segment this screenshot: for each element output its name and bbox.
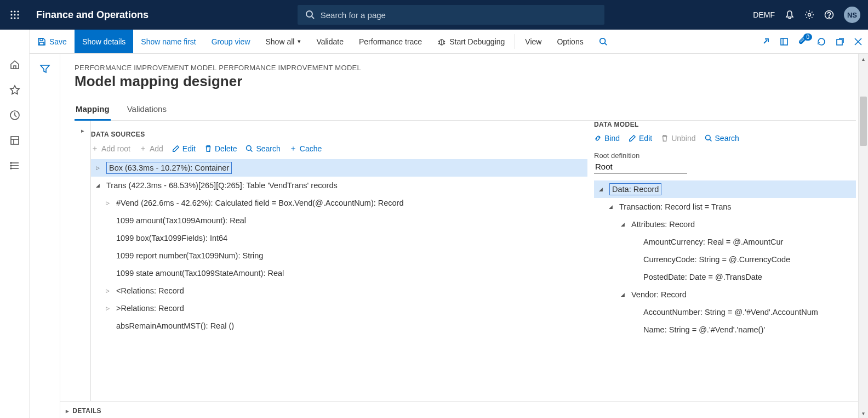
tree-label: #Vend (262.6ms - 42.62%): Calculated fie…: [116, 199, 404, 207]
scroll-down-icon[interactable]: ▾: [859, 408, 868, 418]
tree-row[interactable]: ◢Data: Record: [594, 180, 856, 198]
avatar[interactable]: NS: [844, 7, 860, 23]
close-icon[interactable]: [854, 37, 863, 46]
tree-row[interactable]: PostedDate: Date = @.TransDate: [594, 268, 856, 286]
tree-row[interactable]: CurrencyCode: String = @.CurrencyCode: [594, 251, 856, 268]
svg-point-11: [808, 14, 811, 16]
tree-row[interactable]: ◢Vendor: Record: [594, 286, 856, 303]
add-button[interactable]: ＋Add: [139, 144, 163, 154]
tree-label: Trans (422.3ms - 68.53%)[265][Q:265]: Ta…: [106, 181, 338, 190]
twisty-closed-icon[interactable]: ▷: [103, 288, 112, 293]
tree-row[interactable]: 1099 state amount(Tax1099StateAmount): R…: [91, 264, 587, 282]
twisty-open-icon[interactable]: ◢: [93, 183, 102, 188]
svg-line-24: [444, 43, 445, 44]
svg-rect-32: [11, 137, 19, 144]
tabs: Mapping Validations: [75, 100, 856, 121]
view-button[interactable]: View: [517, 30, 549, 53]
show-details-button[interactable]: Show details: [75, 30, 133, 53]
tree-label: Vendor: Record: [631, 290, 687, 299]
svg-point-4: [14, 14, 15, 15]
popout-icon[interactable]: [835, 37, 845, 47]
pencil-icon: [629, 134, 636, 142]
tree-row[interactable]: ◢Transaction: Record list = Trans: [594, 198, 856, 216]
modules-icon[interactable]: [9, 160, 20, 171]
svg-line-23: [438, 43, 439, 44]
tab-validations[interactable]: Validations: [126, 100, 168, 120]
svg-point-38: [10, 162, 12, 163]
link-icon[interactable]: [761, 37, 770, 47]
workspace-icon[interactable]: [9, 135, 20, 146]
tree-row[interactable]: ◢Attributes: Record: [594, 216, 856, 233]
company-label[interactable]: DEMF: [753, 10, 775, 19]
left-collapse-gutter[interactable]: ▸: [75, 121, 91, 418]
recent-icon[interactable]: [9, 110, 20, 121]
cache-button[interactable]: ＋Cache: [289, 144, 322, 154]
unbind-button[interactable]: Unbind: [661, 134, 695, 143]
tree-row[interactable]: ▷Box (63.3ms - 10.27%): Container: [91, 159, 587, 177]
svg-rect-27: [781, 38, 787, 45]
bug-icon: [437, 37, 446, 46]
group-view-button[interactable]: Group view: [204, 30, 258, 53]
data-model-tree[interactable]: ◢Data: Record◢Transaction: Record list =…: [594, 180, 856, 338]
tree-row[interactable]: ▷<Relations: Record: [91, 282, 587, 300]
waffle-icon[interactable]: [0, 10, 30, 20]
page-scrollbar[interactable]: ▴ ▾: [858, 54, 868, 418]
global-search-input[interactable]: [321, 10, 597, 20]
edit-button[interactable]: Edit: [172, 144, 196, 153]
twisty-open-icon[interactable]: ◢: [618, 222, 627, 227]
favorite-icon[interactable]: [9, 84, 20, 95]
validate-button[interactable]: Validate: [309, 30, 351, 53]
dm-edit-button[interactable]: Edit: [629, 134, 652, 143]
tree-row[interactable]: ▷#Vend (262.6ms - 42.62%): Calculated fi…: [91, 194, 587, 212]
tab-mapping[interactable]: Mapping: [75, 100, 111, 121]
twisty-open-icon[interactable]: ◢: [618, 292, 627, 297]
add-root-button[interactable]: ＋Add root: [91, 144, 130, 154]
performance-trace-button[interactable]: Performance trace: [351, 30, 430, 53]
tree-row[interactable]: absRemainAmountMST(): Real (): [91, 317, 587, 335]
global-search[interactable]: [298, 5, 604, 25]
bind-button[interactable]: Bind: [594, 134, 620, 143]
svg-point-0: [10, 10, 12, 12]
save-icon: [37, 37, 46, 46]
save-button[interactable]: Save: [30, 30, 75, 53]
toolbar-search-button[interactable]: [591, 30, 615, 53]
ds-search-button[interactable]: Search: [245, 144, 280, 153]
scrollbar-thumb[interactable]: [860, 97, 867, 146]
tree-label: Data: Record: [609, 183, 661, 195]
gear-icon[interactable]: [804, 10, 814, 20]
refresh-icon[interactable]: [816, 37, 826, 47]
twisty-open-icon[interactable]: ◢: [606, 204, 615, 210]
root-definition-input[interactable]: [594, 160, 687, 174]
tree-row[interactable]: 1099 amount(Tax1099Amount): Real: [91, 212, 587, 229]
tree-row[interactable]: ▷>Relations: Record: [91, 300, 587, 317]
tree-row[interactable]: 1099 box(Tax1099Fields): Int64: [91, 229, 587, 247]
tree-row[interactable]: Name: String = @.'#Vend'.'name()': [594, 321, 856, 338]
data-sources-tree[interactable]: ▷Box (63.3ms - 10.27%): Container◢Trans …: [91, 159, 587, 418]
details-section-header[interactable]: ▸ DETAILS: [60, 401, 868, 418]
start-debugging-button[interactable]: Start Debugging: [430, 30, 512, 53]
show-name-first-button[interactable]: Show name first: [133, 30, 203, 53]
tree-row[interactable]: 1099 report number(Tax1099Num): String: [91, 247, 587, 264]
tree-row[interactable]: ◢Trans (422.3ms - 68.53%)[265][Q:265]: T…: [91, 177, 587, 194]
twisty-closed-icon[interactable]: ▷: [93, 165, 102, 171]
svg-point-9: [306, 11, 312, 17]
show-all-dropdown[interactable]: Show all▾: [258, 30, 309, 53]
bell-icon[interactable]: [785, 10, 795, 20]
filter-icon[interactable]: [39, 64, 50, 418]
tree-row[interactable]: AccountNumber: String = @.'#Vend'.Accoun…: [594, 303, 856, 321]
scroll-up-icon[interactable]: ▴: [859, 54, 868, 64]
plus-icon: ＋: [139, 144, 147, 154]
attachments-button[interactable]: 0: [798, 37, 808, 47]
home-icon[interactable]: [9, 59, 20, 70]
tree-row[interactable]: AmountCurrency: Real = @.AmountCur: [594, 233, 856, 251]
data-sources-heading: DATA SOURCES: [91, 131, 587, 138]
office-icon[interactable]: [779, 37, 789, 47]
svg-point-5: [17, 14, 19, 15]
help-icon[interactable]: [824, 10, 834, 20]
twisty-closed-icon[interactable]: ▷: [103, 200, 112, 206]
twisty-closed-icon[interactable]: ▷: [103, 306, 112, 311]
delete-button[interactable]: Delete: [204, 144, 237, 153]
options-button[interactable]: Options: [549, 30, 591, 53]
dm-search-button[interactable]: Search: [705, 134, 739, 143]
twisty-open-icon[interactable]: ◢: [596, 187, 605, 192]
